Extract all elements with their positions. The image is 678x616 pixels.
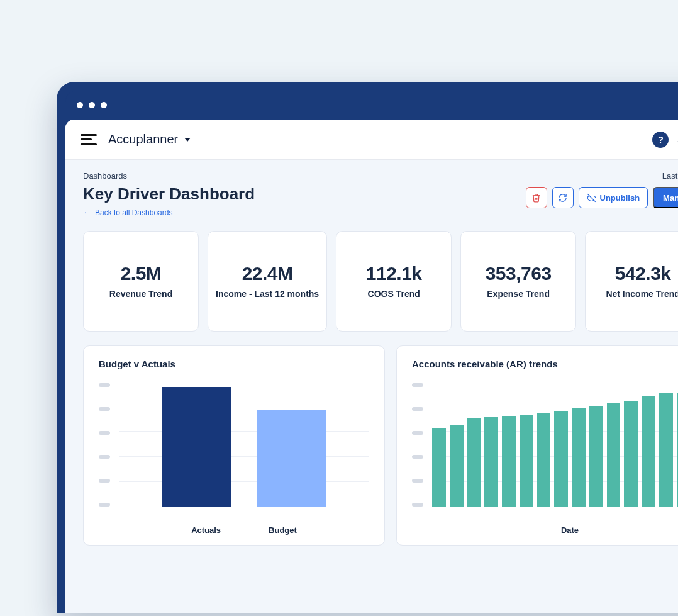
- bar: [572, 408, 586, 507]
- app-title-label: Accuplanner: [108, 132, 178, 147]
- chart-area: [412, 381, 678, 519]
- bar: [642, 396, 655, 507]
- trash-icon: [531, 193, 541, 203]
- chart-title: Budget v Actuals: [99, 359, 369, 369]
- chart-row: Budget v Actuals Actuals Budget: [83, 345, 678, 546]
- kpi-row: 2.5M Revenue Trend 22.4M Income - Last 1…: [83, 231, 678, 332]
- refresh-button[interactable]: [552, 187, 574, 208]
- y-axis-ticks: [99, 381, 110, 507]
- chart-ar-trends: Accounts receivable (AR) trends Date: [396, 345, 678, 546]
- page-background: Accuplanner ? Jane W. Dashboards Key Dri…: [0, 0, 678, 616]
- bar: [432, 428, 446, 507]
- action-row: Unpublish Manage Dashboard: [526, 187, 678, 208]
- last-sync-label: Last sync: Jan 23, 2024: [526, 171, 678, 181]
- breadcrumb: Dashboards: [83, 171, 255, 181]
- unpublish-button[interactable]: Unpublish: [579, 187, 648, 208]
- help-icon[interactable]: ?: [652, 132, 669, 148]
- bar: [450, 425, 464, 507]
- unpublish-label: Unpublish: [600, 193, 640, 203]
- hamburger-menu-icon[interactable]: [81, 134, 97, 145]
- arrow-left-icon: ←: [83, 208, 91, 217]
- bar: [607, 403, 621, 507]
- window-dot-icon: [89, 102, 95, 108]
- kpi-label: Expense Trend: [487, 288, 550, 300]
- bar: [624, 401, 638, 507]
- delete-button[interactable]: [526, 187, 547, 208]
- kpi-value: 353,763: [486, 263, 552, 284]
- kpi-label: Net Income Trend: [606, 288, 678, 300]
- top-bar: Accuplanner ? Jane W.: [65, 120, 678, 160]
- header-left: Dashboards Key Driver Dashboard ← Back t…: [83, 171, 255, 217]
- bar: [484, 417, 498, 507]
- window-chrome: [65, 91, 678, 120]
- bar: [257, 410, 326, 507]
- manage-dashboard-button[interactable]: Manage Dashboard: [653, 187, 678, 208]
- chart-plot: [432, 381, 678, 507]
- header-row: Dashboards Key Driver Dashboard ← Back t…: [83, 171, 678, 217]
- bar: [467, 418, 481, 507]
- chevron-down-icon: [184, 138, 191, 142]
- content-area: Dashboards Key Driver Dashboard ← Back t…: [65, 160, 678, 613]
- y-axis-ticks: [412, 381, 423, 507]
- app-shell: Accuplanner ? Jane W. Dashboards Key Dri…: [65, 120, 678, 613]
- x-label-actuals: Actuals: [191, 525, 221, 535]
- header-right: Last sync: Jan 23, 2024 Unpublish: [526, 171, 678, 208]
- window-dot-icon: [101, 102, 107, 108]
- bars: [119, 381, 369, 507]
- manage-dashboard-label: Manage Dashboard: [663, 193, 678, 203]
- back-link-label: Back to all Dashboards: [95, 208, 172, 217]
- bar: [520, 415, 533, 507]
- kpi-label: Revenue Trend: [109, 288, 172, 300]
- refresh-icon: [558, 193, 567, 203]
- kpi-card-cogs[interactable]: 112.1k COGS Trend: [336, 231, 452, 332]
- window-dot-icon: [77, 102, 83, 108]
- chart-title: Accounts receivable (AR) trends: [412, 359, 678, 369]
- device-frame: Accuplanner ? Jane W. Dashboards Key Dri…: [57, 82, 678, 613]
- kpi-label: Income - Last 12 months: [216, 288, 319, 300]
- x-label-budget: Budget: [269, 525, 297, 535]
- kpi-card-income[interactable]: 22.4M Income - Last 12 months: [208, 231, 327, 332]
- bar: [537, 413, 551, 507]
- kpi-value: 22.4M: [242, 263, 293, 284]
- kpi-value: 542.3k: [615, 263, 671, 284]
- kpi-value: 112.1k: [366, 263, 422, 284]
- kpi-value: 2.5M: [121, 263, 162, 284]
- app-switcher[interactable]: Accuplanner: [108, 132, 191, 147]
- x-axis-label: Date: [412, 525, 678, 535]
- back-link[interactable]: ← Back to all Dashboards: [83, 208, 255, 217]
- chart-plot: [119, 381, 369, 507]
- eye-off-icon: [587, 193, 596, 203]
- bar: [162, 387, 231, 507]
- chart-area: [99, 381, 369, 519]
- bar: [502, 416, 516, 507]
- kpi-card-revenue[interactable]: 2.5M Revenue Trend: [83, 231, 199, 332]
- bar: [589, 406, 603, 507]
- kpi-card-expense[interactable]: 353,763 Expense Trend: [460, 231, 576, 332]
- chart-budget-v-actuals: Budget v Actuals Actuals Budget: [83, 345, 385, 546]
- kpi-card-net-income[interactable]: 542.3k Net Income Trend: [585, 231, 678, 332]
- bar: [659, 393, 673, 507]
- x-axis-labels: Actuals Budget: [99, 525, 369, 535]
- bar: [554, 411, 568, 507]
- page-title: Key Driver Dashboard: [83, 184, 255, 204]
- kpi-label: COGS Trend: [368, 288, 420, 300]
- bars: [432, 381, 678, 507]
